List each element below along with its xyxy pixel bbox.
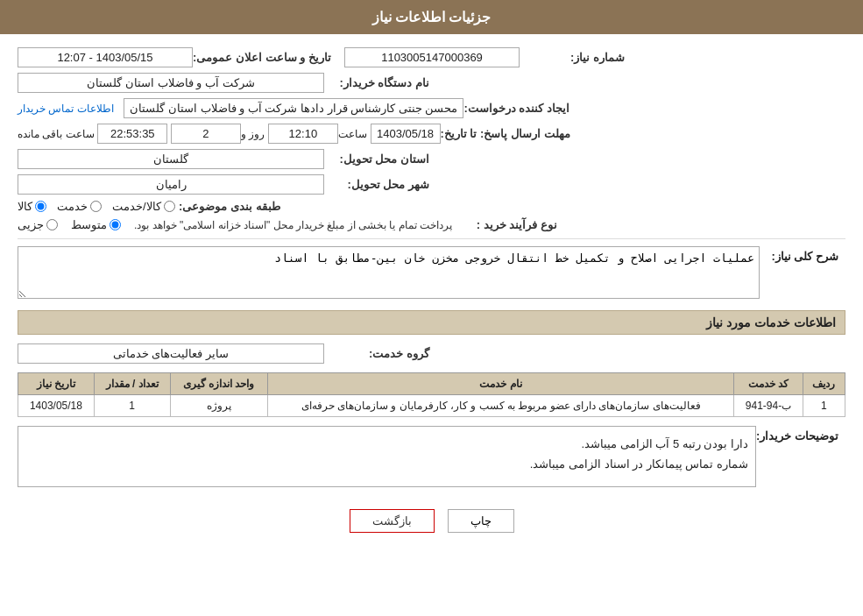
- response-time: 12:10: [268, 124, 338, 144]
- subject-option-kala[interactable]: کالا: [18, 200, 46, 213]
- description-wrapper: شرح کلی نیاز:: [18, 246, 845, 301]
- purchase-type-label-jozi: جزیی: [18, 218, 44, 231]
- subject-label-khedmat: خدمت: [57, 200, 88, 213]
- divider-1: [18, 238, 845, 239]
- purchase-type-option-mutawaset[interactable]: متوسط: [71, 218, 121, 231]
- services-table: ردیف کد خدمت نام خدمت واحد اندازه گیری ت…: [18, 372, 845, 417]
- subject-option-kala-khedmat[interactable]: کالا/خدمت: [112, 200, 175, 213]
- col-header-unit: واحد اندازه گیری: [170, 373, 267, 395]
- creator-value: محسن جنتی کارشناس قرار دادها شرکت آب و ف…: [124, 98, 463, 118]
- response-date: 1403/05/18: [371, 124, 441, 144]
- subject-label-kala: کالا: [18, 200, 32, 213]
- buyer-notes-line2: شماره تماس پیمانکار در اسناد الزامی میبا…: [25, 454, 748, 474]
- col-header-date: تاریخ نیاز: [18, 373, 95, 395]
- services-table-body: 1 ب-94-941 فعالیت‌های سازمان‌های دارای ع…: [18, 395, 845, 417]
- cell-unit: پروژه: [170, 395, 267, 417]
- description-textarea[interactable]: [18, 246, 760, 299]
- response-remaining: 22:53:35: [97, 124, 167, 144]
- response-deadline-row: مهلت ارسال پاسخ: تا تاریخ: 1403/05/18 سا…: [18, 124, 845, 144]
- buyer-notes-label: توضیحات خریدار:: [756, 426, 838, 443]
- creator-label: ایجاد کننده درخواست:: [463, 102, 569, 115]
- announcement-datetime-value: 1403/05/15 - 12:07: [18, 47, 193, 67]
- cell-service-code: ب-94-941: [734, 395, 803, 417]
- subject-label: طبقه بندی موضوعی:: [175, 200, 280, 213]
- col-header-row-num: ردیف: [803, 373, 845, 395]
- description-content: [18, 246, 760, 301]
- response-remaining-label: ساعت باقی مانده: [18, 128, 95, 140]
- service-group-row: گروه خدمت: سایر فعالیت‌های خدماتی: [18, 343, 845, 364]
- response-deadline-label: مهلت ارسال پاسخ: تا تاریخ:: [441, 127, 570, 140]
- subject-row: طبقه بندی موضوعی: کالا/خدمت خدمت کالا: [18, 200, 845, 213]
- creator-row: ایجاد کننده درخواست: محسن جنتی کارشناس ق…: [18, 98, 845, 118]
- purchase-type-label-mutawaset: متوسط: [71, 218, 107, 231]
- subject-radio-group: کالا/خدمت خدمت کالا: [18, 200, 175, 213]
- services-table-header-row: ردیف کد خدمت نام خدمت واحد اندازه گیری ت…: [18, 373, 845, 395]
- col-header-service-name: نام خدمت: [267, 373, 734, 395]
- subject-label-kala-khedmat: کالا/خدمت: [112, 200, 161, 213]
- subject-radio-kala[interactable]: [35, 201, 46, 212]
- contact-info-link[interactable]: اطلاعات تماس خریدار: [18, 103, 114, 115]
- services-table-head: ردیف کد خدمت نام خدمت واحد اندازه گیری ت…: [18, 373, 845, 395]
- delivery-province-row: استان محل تحویل: گلستان: [18, 149, 845, 169]
- cell-row-num: 1: [803, 395, 845, 417]
- purchase-type-row: نوع فرآیند خرید : پرداخت تمام یا بخشی از…: [18, 218, 845, 231]
- service-group-value: سایر فعالیت‌های خدماتی: [18, 343, 324, 364]
- page-header: جزئیات اطلاعات نیاز: [0, 0, 863, 34]
- buyer-notes-box: دارا بودن رتبه 5 آب الزامی میباشد. شماره…: [18, 426, 756, 487]
- purchase-type-radio-jozi[interactable]: [46, 219, 58, 230]
- response-days-label: روز و: [241, 128, 265, 140]
- delivery-province-value: گلستان: [18, 149, 324, 169]
- page-wrapper: جزئیات اطلاعات نیاز شماره نیاز: 11030051…: [0, 0, 863, 616]
- subject-radio-kala-khedmat[interactable]: [164, 201, 175, 212]
- response-time-label: ساعت: [338, 128, 367, 140]
- cell-service-name: فعالیت‌های سازمان‌های دارای عضو مربوط به…: [267, 395, 734, 417]
- buyer-notes-line1: دارا بودن رتبه 5 آب الزامی میباشد.: [25, 434, 748, 454]
- delivery-city-row: شهر محل تحویل: رامیان: [18, 174, 845, 195]
- buyer-org-label: نام دستگاه خریدار:: [324, 76, 429, 89]
- table-row: 1 ب-94-941 فعالیت‌های سازمان‌های دارای ع…: [18, 395, 845, 417]
- delivery-city-label: شهر محل تحویل:: [324, 178, 429, 191]
- need-number-row: شماره نیاز: 1103005147000369 تاریخ و ساع…: [18, 47, 845, 67]
- need-number-label: شماره نیاز:: [520, 51, 625, 64]
- subject-option-khedmat[interactable]: خدمت: [57, 200, 102, 213]
- purchase-type-label: نوع فرآیند خرید :: [452, 218, 557, 231]
- subject-radio-khedmat[interactable]: [90, 201, 102, 212]
- purchase-type-option-jozi[interactable]: جزیی: [18, 218, 58, 231]
- buyer-org-value: شرکت آب و فاضلاب استان گلستان: [18, 73, 324, 93]
- purchase-type-options: پرداخت تمام یا بخشی از مبلغ خریدار محل "…: [18, 218, 452, 231]
- back-button[interactable]: بازگشت: [350, 509, 435, 533]
- col-header-service-code: کد خدمت: [734, 373, 803, 395]
- service-group-label: گروه خدمت:: [324, 347, 429, 360]
- cell-date: 1403/05/18: [18, 395, 95, 417]
- delivery-province-label: استان محل تحویل:: [324, 152, 429, 166]
- delivery-city-value: رامیان: [18, 174, 324, 195]
- announcement-datetime-label: تاریخ و ساعت اعلان عمومی:: [193, 51, 331, 64]
- purchase-type-radio-mutawaset[interactable]: [110, 219, 121, 230]
- services-section-title: اطلاعات خدمات مورد نیاز: [18, 310, 845, 335]
- col-header-quantity: تعداد / مقدار: [94, 373, 170, 395]
- description-label: شرح کلی نیاز:: [760, 246, 838, 263]
- buyer-notes-content: دارا بودن رتبه 5 آب الزامی میباشد. شماره…: [18, 426, 756, 487]
- page-title: جزئیات اطلاعات نیاز: [372, 10, 492, 25]
- print-button[interactable]: چاپ: [448, 509, 514, 533]
- cell-quantity: 1: [94, 395, 170, 417]
- need-number-value: 1103005147000369: [344, 47, 520, 67]
- purchase-note: پرداخت تمام یا بخشی از مبلغ خریدار محل "…: [134, 219, 452, 231]
- main-content: شماره نیاز: 1103005147000369 تاریخ و ساع…: [0, 34, 863, 555]
- buyer-org-row: نام دستگاه خریدار: شرکت آب و فاضلاب استا…: [18, 73, 845, 93]
- actions-row: چاپ بازگشت: [18, 496, 845, 542]
- response-days: 2: [171, 124, 241, 144]
- buyer-notes-wrapper: توضیحات خریدار: دارا بودن رتبه 5 آب الزا…: [18, 426, 845, 487]
